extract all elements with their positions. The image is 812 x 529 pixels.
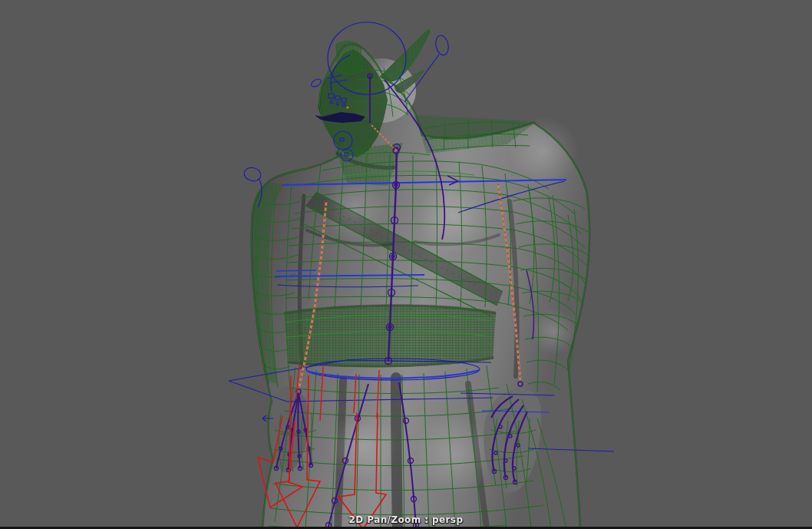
viewport-canvas[interactable]: [0, 0, 812, 529]
3d-perspective-viewport[interactable]: 2D Pan/Zoom : persp: [0, 0, 812, 529]
face-control-dot: [347, 107, 349, 109]
